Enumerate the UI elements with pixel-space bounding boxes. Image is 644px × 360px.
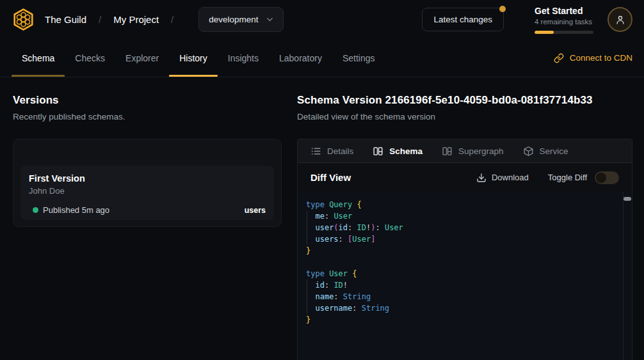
code-line: user(id: ID!): User xyxy=(306,222,622,233)
version-detail-title: Schema Version 2166196f-5e10-4059-bd0a-0… xyxy=(297,94,632,107)
user-menu-button[interactable] xyxy=(608,7,632,32)
detail-tab-details[interactable]: Details xyxy=(310,146,353,157)
breadcrumb-separator: / xyxy=(99,14,101,25)
code-line: users: [User] xyxy=(306,233,622,245)
app-header: The Guild / My Project / development Lat… xyxy=(0,0,644,39)
cube-icon xyxy=(523,146,534,157)
version-name: First Version xyxy=(29,173,266,184)
nav-tab-schema[interactable]: Schema xyxy=(12,39,65,77)
published-status-dot xyxy=(33,207,38,213)
user-icon xyxy=(615,14,626,26)
chevron-down-icon xyxy=(265,15,275,24)
version-author: John Doe xyxy=(29,186,266,196)
target-nav: Schema Checks Explorer History Insights … xyxy=(0,39,644,77)
code-line: } xyxy=(306,245,622,256)
scrollbar-track[interactable] xyxy=(623,192,632,360)
download-label: Download xyxy=(492,173,529,182)
breadcrumb-separator: / xyxy=(171,14,173,25)
nav-tab-insights[interactable]: Insights xyxy=(218,39,269,77)
link-icon xyxy=(554,53,564,63)
code-line: type Query { xyxy=(306,199,622,210)
toggle-knob xyxy=(596,173,606,183)
connect-to-cdn-label: Connect to CDN xyxy=(570,53,632,63)
version-meta-row: Published 5m ago users xyxy=(29,205,266,215)
nav-tab-history[interactable]: History xyxy=(169,39,218,77)
schema-code-viewer: type Query { me: User user(id: ID!): Use… xyxy=(298,192,632,360)
scrollbar-thumb[interactable] xyxy=(624,197,631,201)
toggle-diff-control: Toggle Diff xyxy=(548,171,619,184)
code-line: id: ID! xyxy=(306,279,622,291)
connect-to-cdn-button[interactable]: Connect to CDN xyxy=(554,39,632,77)
versions-title: Versions xyxy=(13,94,282,107)
tab-underline xyxy=(12,75,65,77)
code-line: me: User xyxy=(306,210,622,222)
get-started-progressbar xyxy=(535,31,593,34)
version-detail-column: Schema Version 2166196f-5e10-4059-bd0a-0… xyxy=(297,94,632,360)
get-started-title: Get Started xyxy=(535,6,593,16)
notification-dot xyxy=(499,6,506,12)
code-line: } xyxy=(306,314,622,325)
latest-changes-button[interactable]: Latest changes xyxy=(422,8,504,31)
code-line: type User { xyxy=(306,268,622,279)
progress-fill xyxy=(535,31,554,34)
get-started-subtitle: 4 remaining tasks xyxy=(535,18,593,26)
versions-card: First Version John Doe Published 5m ago … xyxy=(13,139,282,227)
version-list-item[interactable]: First Version John Doe Published 5m ago … xyxy=(20,166,274,220)
nav-tab-laboratory[interactable]: Laboratory xyxy=(269,39,332,77)
version-detail-panel: Details Schema Supergraph xyxy=(297,139,632,360)
nav-tab-checks[interactable]: Checks xyxy=(65,39,115,77)
detail-tab-schema[interactable]: Schema xyxy=(373,146,423,157)
list-icon xyxy=(310,146,321,157)
nav-tab-settings[interactable]: Settings xyxy=(332,39,385,77)
diff-view-title: Diff View xyxy=(310,172,476,183)
detail-tabs: Details Schema Supergraph xyxy=(298,139,632,163)
tab-underline xyxy=(169,75,218,77)
detail-tab-service[interactable]: Service xyxy=(523,146,568,157)
versions-subtitle: Recently published schemas. xyxy=(13,112,282,121)
version-detail-subtitle: Detailed view of the schema version xyxy=(297,112,632,121)
versions-column: Versions Recently published schemas. Fir… xyxy=(13,94,282,360)
nav-tab-explorer[interactable]: Explorer xyxy=(115,39,169,77)
get-started-widget[interactable]: Get Started 4 remaining tasks xyxy=(535,6,593,34)
target-selector-value: development xyxy=(209,15,258,24)
target-selector[interactable]: development xyxy=(198,7,283,32)
main-content: Versions Recently published schemas. Fir… xyxy=(0,77,644,360)
breadcrumb-org[interactable]: The Guild xyxy=(45,14,86,25)
code-block: type Query { me: User user(id: ID!): Use… xyxy=(306,199,622,325)
breadcrumb-project[interactable]: My Project xyxy=(113,14,159,25)
code-line: username: String xyxy=(306,302,622,314)
detail-tab-supergraph[interactable]: Supergraph xyxy=(442,146,504,157)
hive-logo-icon[interactable] xyxy=(12,8,35,31)
toggle-diff-switch[interactable] xyxy=(595,171,619,184)
diff-toolbar: Diff View Download Toggle Diff xyxy=(298,163,632,192)
service-name-badge: users xyxy=(245,206,266,215)
toggle-diff-label: Toggle Diff xyxy=(548,173,587,182)
code-line xyxy=(306,256,622,268)
download-icon xyxy=(476,173,487,183)
code-line: name: String xyxy=(306,291,622,302)
nav-tabs: Schema Checks Explorer History Insights … xyxy=(12,39,385,77)
published-status-text: Published 5m ago xyxy=(43,205,245,215)
columns-icon xyxy=(373,146,383,157)
columns-icon xyxy=(442,146,453,157)
download-button[interactable]: Download xyxy=(476,173,529,183)
latest-changes-label: Latest changes xyxy=(433,15,492,24)
